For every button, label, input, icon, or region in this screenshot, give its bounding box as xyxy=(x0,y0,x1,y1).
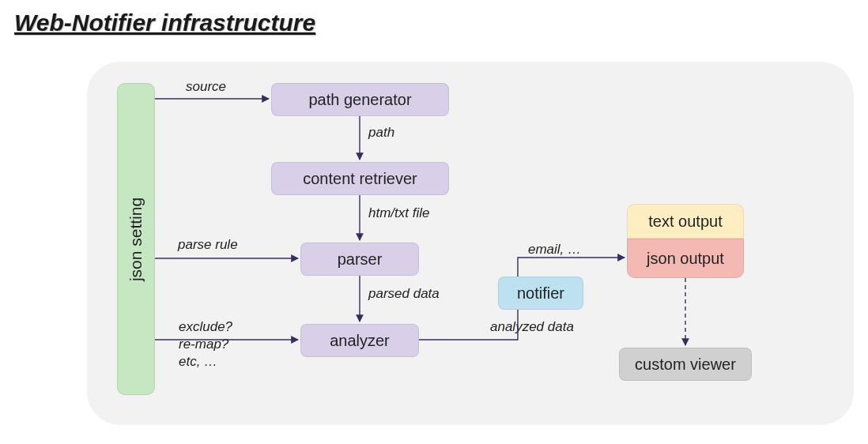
node-path-generator: path generator xyxy=(271,83,449,116)
node-parser: parser xyxy=(300,243,419,276)
edge-label-email: email, … xyxy=(528,242,581,258)
node-custom-viewer: custom viewer xyxy=(619,348,752,381)
edge-label-etc: etc, … xyxy=(179,354,217,370)
edge-label-exclude: exclude? xyxy=(179,319,232,335)
edge-label-source: source xyxy=(186,79,226,95)
edge-label-remap: re-map? xyxy=(179,337,228,352)
edge-label-htm-txt: htm/txt file xyxy=(368,205,429,221)
node-json-output: json output xyxy=(627,239,744,278)
edge-label-path: path xyxy=(368,125,394,141)
edge-label-parsed-data: parsed data xyxy=(368,286,440,302)
edge-label-analyzed-data: analyzed data xyxy=(490,319,574,335)
node-analyzer: analyzer xyxy=(300,324,419,357)
node-content-retriever: content retriever xyxy=(271,162,449,195)
node-notifier: notifier xyxy=(498,277,583,310)
node-json-setting: json setting xyxy=(117,83,155,395)
node-json-setting-label: json setting xyxy=(126,197,145,280)
edge-label-parse-rule: parse rule xyxy=(178,237,238,253)
diagram-title: Web-Notifier infrastructure xyxy=(14,9,315,36)
node-text-output: text output xyxy=(627,204,744,239)
